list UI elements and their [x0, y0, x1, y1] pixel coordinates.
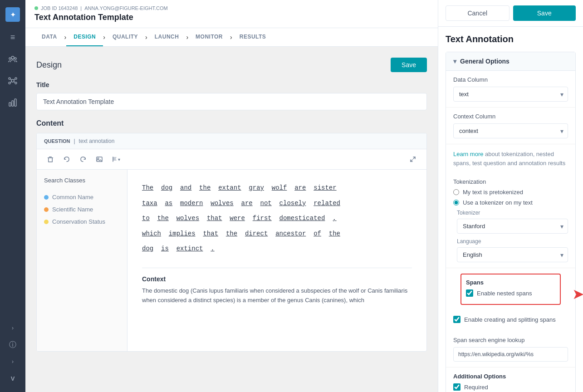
svg-point-0 [11, 56, 14, 59]
required-option[interactable]: Required [453, 383, 568, 391]
word-taxa: taxa [142, 199, 157, 208]
question-body: Search Classes Common Name Scientific Na… [37, 170, 426, 351]
delete-button[interactable] [44, 153, 57, 166]
classes-panel: Search Classes Common Name Scientific Na… [37, 170, 127, 351]
language-label: Language [457, 238, 568, 245]
data-column-select-wrapper: text content data [453, 87, 568, 102]
word-were: were [230, 214, 245, 223]
svg-point-2 [15, 58, 16, 59]
word-wolf: wolf [272, 183, 287, 192]
context-column-select[interactable]: context none [453, 123, 568, 138]
cancel-button[interactable]: Cancel [446, 5, 510, 21]
nested-spans-checkbox[interactable] [466, 289, 473, 297]
tab-design[interactable]: DESIGN [66, 28, 103, 46]
svg-rect-19 [48, 162, 53, 162]
class-item-scientific[interactable]: Scientific Name [44, 203, 120, 216]
word-is: is [161, 244, 169, 253]
image-button[interactable] [93, 153, 106, 166]
word-to: to [142, 214, 150, 223]
word-extant: extant [218, 183, 241, 192]
class-dot-orange [44, 207, 49, 212]
job-info: JOB ID 1643248 | ANNA.YONG@FIGURE-EIGHT.… [34, 5, 429, 11]
undo-button[interactable] [60, 153, 73, 166]
spans-wrapper: Spans Enable nested spans ➤ [446, 274, 575, 314]
sidebar-item-users[interactable] [6, 53, 19, 65]
redo-button[interactable] [77, 153, 89, 166]
question-label: QUESTION [44, 138, 70, 144]
classes-search-label: Search Classes [44, 177, 120, 184]
content-label: Content [36, 119, 427, 127]
word-dog-2: dog [142, 244, 153, 253]
word-as: as [165, 199, 172, 208]
class-dot-yellow [44, 220, 49, 224]
class-item-common[interactable]: Common Name [44, 191, 120, 203]
save-button-main[interactable]: Save [391, 58, 427, 72]
tab-results[interactable]: RESULTS [232, 28, 274, 46]
context-column-label: Context Column [453, 113, 568, 120]
sidebar-collapse-icon[interactable]: › [12, 325, 14, 331]
word-ancestor: ancestor [275, 229, 306, 238]
user-email: ANNA.YONG@FIGURE-EIGHT.COM [84, 5, 168, 11]
logo-icon: ✦ [10, 10, 16, 19]
creating-splitting-option[interactable]: Enable creating and splitting spans [453, 316, 568, 323]
learn-more-link[interactable]: Learn more [453, 151, 483, 157]
radio-pretokenized-input[interactable] [453, 189, 459, 195]
context-section: Context The domestic dog (Canis lupus fa… [142, 268, 412, 313]
word-which: which [142, 229, 161, 238]
required-label: Required [464, 384, 488, 391]
radio-tokenizer-label: Use a tokenizer on my text [463, 199, 533, 206]
red-arrow-indicator: ➤ [572, 285, 583, 303]
question-card: QUESTION | text annotation [36, 133, 427, 352]
context-heading: Context [142, 275, 412, 283]
language-select[interactable]: English Spanish French German [457, 247, 568, 262]
sidebar-logo[interactable]: ✦ [5, 7, 20, 22]
sidebar-collapse-bottom-icon[interactable]: › [12, 358, 14, 365]
data-column-select[interactable]: text content data [453, 87, 568, 102]
title-input[interactable] [36, 93, 427, 110]
word-that-2: that [203, 229, 218, 238]
sidebar-item-network[interactable] [6, 74, 19, 87]
general-options-header[interactable]: ▾ General Options [446, 52, 575, 71]
question-toolbar: ▾ [37, 149, 426, 170]
word-direct: direct [245, 229, 268, 238]
span-search-url-input[interactable] [453, 347, 568, 362]
radio-tokenizer-input[interactable] [453, 200, 459, 206]
save-button-right[interactable]: Save [513, 5, 576, 21]
spans-title: Spans [466, 279, 555, 286]
sidebar-item-menu[interactable]: ≡ [6, 31, 19, 44]
tokenization-label: Tokenization [453, 178, 568, 185]
content-area: Design Save Title Content QUESTION | tex… [25, 47, 438, 392]
tab-data[interactable]: DATA [34, 28, 64, 46]
right-panel-top-buttons: Cancel Save [438, 0, 583, 27]
tab-monitor[interactable]: MONITOR [188, 28, 230, 46]
creating-splitting-checkbox[interactable] [453, 316, 461, 323]
design-header: Design Save [36, 58, 427, 72]
word-domesticated: domesticated [279, 214, 325, 223]
tokenizer-label: Tokenizer [457, 210, 568, 216]
radio-tokenizer[interactable]: Use a tokenizer on my text [453, 199, 568, 206]
required-checkbox[interactable] [453, 383, 461, 391]
caret-down-icon: ▾ [453, 58, 456, 65]
expand-button[interactable] [407, 153, 419, 166]
svg-line-11 [14, 81, 15, 83]
nested-spans-option[interactable]: Enable nested spans [466, 289, 555, 297]
additional-options-title: Additional Options [453, 373, 568, 380]
sidebar-item-chart[interactable] [6, 96, 19, 109]
word-extinct: extinct [176, 244, 203, 253]
word-wolves-1: wolves [211, 199, 233, 208]
word-first: first [253, 214, 272, 223]
tab-launch[interactable]: LAUNCH [147, 28, 186, 46]
radio-pretokenized[interactable]: My text is pretokenized [453, 189, 568, 196]
word-modern: modern [180, 199, 203, 208]
tokenizer-select[interactable]: Stanford NLTK Spacy [457, 219, 568, 234]
class-item-conservation[interactable]: Conservation Status [44, 216, 120, 228]
context-column-group: Context Column context none [446, 108, 575, 144]
sidebar-info-icon[interactable]: ⓘ [6, 338, 19, 351]
flag-button[interactable]: ▾ [109, 153, 122, 166]
annotation-text-area: The dog and the extant gray wolf are sis… [127, 170, 426, 351]
tab-quality[interactable]: QUALITY [105, 28, 145, 46]
right-panel: Cancel Save Text Annotation ▾ General Op… [438, 0, 583, 392]
main-area: JOB ID 1643248 | ANNA.YONG@FIGURE-EIGHT.… [25, 0, 438, 392]
nav-tabs: DATA › DESIGN › QUALITY › LAUNCH › MONIT… [25, 28, 438, 47]
word-are: are [294, 183, 306, 192]
